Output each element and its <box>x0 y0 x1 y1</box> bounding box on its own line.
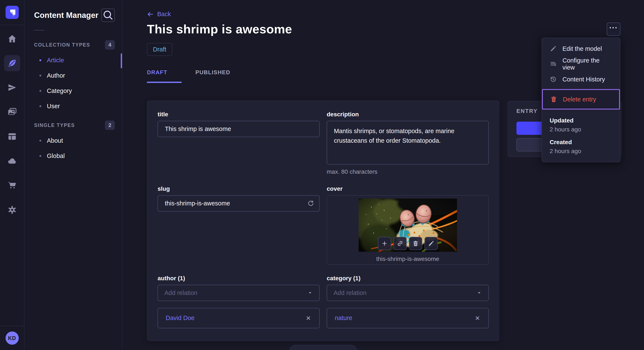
sidebar-item-label: Article <box>47 57 64 64</box>
bullet-icon <box>40 140 41 142</box>
deploy-cloud-icon[interactable] <box>4 153 20 169</box>
relation-item-david-doe: David Doe <box>158 308 320 328</box>
select-placeholder: Add relation <box>164 289 198 296</box>
copy-link-button[interactable] <box>393 237 406 250</box>
chevron-down-icon <box>307 290 313 296</box>
subnav-divider <box>34 30 44 30</box>
relation-link[interactable]: nature <box>335 315 352 322</box>
content-type-builder-icon[interactable] <box>4 128 20 145</box>
meta-label-updated: Updated <box>550 117 612 124</box>
bullet-icon <box>40 155 41 157</box>
field-label: category (1) <box>327 275 489 282</box>
trash-icon <box>550 96 557 103</box>
list-plus-icon <box>550 60 557 68</box>
sidebar-item-label: User <box>47 103 60 110</box>
field-label: author (1) <box>158 275 320 282</box>
plus-icon <box>381 240 388 247</box>
category-relation-select[interactable]: Add relation <box>327 285 489 301</box>
cover-image[interactable] <box>359 199 457 252</box>
sidebar-item-author[interactable]: Author <box>34 68 115 83</box>
relation-link[interactable]: David Doe <box>166 315 194 322</box>
history-icon <box>550 76 557 83</box>
menu-item-label: Delete entry <box>563 96 596 103</box>
media-library-icon[interactable] <box>4 104 20 120</box>
edit-asset-button[interactable] <box>424 237 438 250</box>
settings-gear-icon[interactable] <box>4 202 20 218</box>
strapi-logo-icon[interactable] <box>6 6 19 19</box>
more-actions-button[interactable]: ··· <box>607 22 620 36</box>
sidebar-item-label: Global <box>47 153 65 160</box>
page-title: This shrimp is awesome <box>147 22 644 36</box>
search-icon <box>102 9 114 21</box>
meta-label-created: Created <box>550 139 612 146</box>
field-label: slug <box>158 185 320 192</box>
edit-form-panel: title description Mantis shrimps, or sto… <box>147 100 500 341</box>
logo-area <box>0 0 24 25</box>
field-author: author (1) Add relation David Doe <box>158 275 320 328</box>
home-icon[interactable] <box>4 31 20 47</box>
search-button[interactable] <box>101 8 115 22</box>
menu-item-configure-view[interactable]: Configure the view <box>542 56 620 72</box>
description-textarea[interactable]: Mantis shrimps, or stomatopods, are mari… <box>327 121 489 165</box>
delete-asset-button[interactable] <box>409 237 422 250</box>
remove-relation-button[interactable] <box>474 315 481 321</box>
bullet-icon <box>40 59 41 61</box>
field-hint: max. 80 characters <box>327 169 489 175</box>
field-label: description <box>327 111 489 118</box>
regenerate-slug-button[interactable] <box>307 199 314 207</box>
section-count-badge: 4 <box>105 40 115 49</box>
slug-input[interactable] <box>158 195 320 212</box>
arrow-left-icon <box>147 11 154 18</box>
link-icon <box>396 240 403 247</box>
sidebar-item-global[interactable]: Global <box>34 148 115 164</box>
user-avatar[interactable]: KD <box>6 332 19 345</box>
content-manager-subnav: Content Manager COLLECTION TYPES 4 Artic… <box>24 0 122 350</box>
title-input[interactable] <box>158 121 320 137</box>
section-collection-types: COLLECTION TYPES 4 Article Author Catego… <box>34 40 115 114</box>
menu-item-content-history[interactable]: Content History <box>542 72 620 87</box>
status-badge: Draft <box>147 43 172 56</box>
field-slug: slug <box>158 185 320 212</box>
author-relation-select[interactable]: Add relation <box>158 285 320 301</box>
trash-icon <box>412 240 419 247</box>
tab-draft[interactable]: DRAFT <box>147 69 182 83</box>
cover-actions <box>378 237 438 250</box>
section-label: COLLECTION TYPES <box>34 42 90 48</box>
back-link[interactable]: Back <box>147 11 171 18</box>
add-asset-button[interactable] <box>378 237 391 250</box>
sidebar-item-about[interactable]: About <box>34 133 115 148</box>
sidebar-item-article[interactable]: Article <box>34 52 115 68</box>
cover-filename: this-shrimp-is-awesome <box>376 256 439 262</box>
meta-value-created: 2 hours ago <box>550 148 612 155</box>
sidebar-item-label: Author <box>47 72 65 79</box>
releases-icon[interactable] <box>4 80 20 96</box>
close-icon <box>305 315 312 321</box>
app-window: KD Content Manager COLLECTION TYPES 4 Ar… <box>0 0 644 350</box>
menu-item-label: Content History <box>562 76 605 83</box>
tab-published[interactable]: PUBLISHED <box>196 69 230 83</box>
menu-item-edit-model[interactable]: Edit the model <box>542 41 620 56</box>
select-placeholder: Add relation <box>334 289 366 296</box>
entry-meta: Updated 2 hours ago Created 2 hours ago <box>542 110 620 155</box>
rail-bottom: KD <box>0 326 24 350</box>
sidebar-item-user[interactable]: User <box>34 98 115 114</box>
bullet-icon <box>40 105 41 107</box>
pencil-icon <box>550 45 557 52</box>
field-category: category (1) Add relation nature <box>327 275 489 328</box>
floating-action-pill[interactable] <box>289 345 357 350</box>
section-count-badge: 2 <box>105 121 115 130</box>
sidebar-item-label: Category <box>47 87 72 94</box>
sidebar-item-category[interactable]: Category <box>34 83 115 98</box>
close-icon <box>474 315 481 321</box>
field-label: cover <box>327 185 489 192</box>
marketplace-cart-icon[interactable] <box>4 177 20 193</box>
remove-relation-button[interactable] <box>305 315 312 321</box>
menu-item-delete-entry[interactable]: Delete entry <box>542 89 620 110</box>
subnav-title: Content Manager <box>34 11 98 20</box>
bullet-icon <box>40 90 41 92</box>
section-label: SINGLE TYPES <box>34 123 75 128</box>
meta-value-updated: 2 hours ago <box>550 126 612 133</box>
active-item-indicator <box>121 53 122 68</box>
relation-item-nature: nature <box>327 308 489 328</box>
content-manager-icon[interactable] <box>4 55 20 71</box>
